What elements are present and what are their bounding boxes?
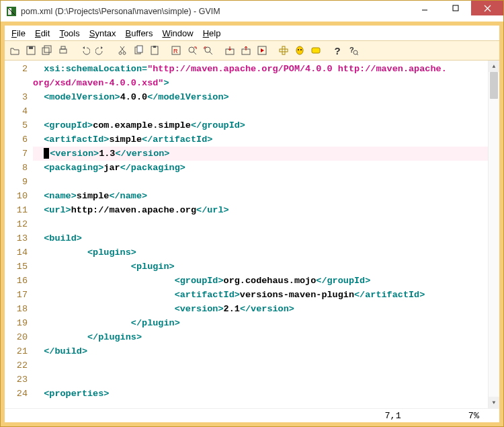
run-script-icon[interactable] [255, 43, 269, 58]
svg-line-36 [357, 54, 358, 55]
menu-tools[interactable]: Tools [55, 27, 83, 40]
scroll-thumb[interactable] [490, 72, 498, 99]
find-prev-icon[interactable] [201, 43, 216, 58]
cursor-position: 7,1 [384, 411, 401, 421]
svg-line-25 [210, 52, 212, 54]
svg-rect-10 [60, 49, 67, 53]
gvim-icon [6, 6, 17, 17]
toolbar: R ? ? [5, 40, 499, 61]
svg-rect-9 [44, 46, 51, 52]
load-session-icon[interactable] [222, 43, 237, 58]
menu-edit[interactable]: Edit [31, 27, 54, 40]
save-all-icon[interactable] [40, 43, 54, 58]
menu-file[interactable]: File [7, 27, 30, 40]
svg-point-31 [298, 49, 299, 50]
find-next-icon[interactable] [185, 43, 200, 58]
svg-point-32 [300, 49, 302, 50]
svg-point-22 [189, 47, 194, 52]
titlebar[interactable]: pom.xml (D:\Projects\Personal\maven\simp… [1, 1, 503, 22]
scroll-up-icon[interactable]: ▲ [489, 61, 499, 72]
menu-help[interactable]: Help [199, 27, 225, 40]
save-session-icon[interactable] [239, 43, 253, 58]
client-area: File Edit Tools Syntax Buffers Window He… [1, 22, 503, 426]
shell-icon[interactable] [292, 43, 307, 58]
paste-icon[interactable] [147, 43, 162, 58]
print-icon[interactable] [56, 43, 71, 58]
svg-point-12 [119, 52, 122, 54]
close-button[interactable] [471, 1, 503, 15]
line-number-gutter: 23456789101112131415161718192021222324 [5, 61, 33, 408]
scroll-percent: 7% [468, 411, 479, 421]
menu-window[interactable]: Window [158, 27, 197, 40]
window-controls [409, 1, 503, 22]
save-icon[interactable] [24, 43, 38, 58]
window-title: pom.xml (D:\Projects\Personal\maven\simp… [21, 7, 409, 16]
maximize-button[interactable] [440, 1, 471, 15]
statusbar: 7,1 7% [5, 408, 499, 422]
code-content[interactable]: xsi:schemaLocation="http://maven.apache.… [33, 61, 488, 408]
open-icon[interactable] [7, 43, 22, 58]
menu-buffers[interactable]: Buffers [121, 27, 157, 40]
scroll-track[interactable] [489, 72, 499, 397]
scroll-down-icon[interactable]: ▼ [489, 397, 499, 408]
svg-point-13 [123, 52, 126, 54]
svg-rect-7 [29, 46, 33, 49]
make-icon[interactable] [276, 43, 291, 58]
editor-area[interactable]: 23456789101112131415161718192021222324 x… [5, 61, 499, 408]
menu-syntax[interactable]: Syntax [85, 27, 120, 40]
svg-rect-19 [153, 46, 156, 48]
redo-icon[interactable] [93, 43, 108, 58]
minimize-button[interactable] [409, 1, 440, 15]
svg-rect-33 [312, 48, 320, 53]
find-replace-icon[interactable]: R [169, 43, 183, 58]
svg-rect-29 [282, 46, 285, 54]
svg-point-24 [205, 47, 210, 52]
menubar: File Edit Tools Syntax Buffers Window He… [5, 26, 499, 40]
find-help-icon[interactable]: ? [346, 43, 361, 58]
undo-icon[interactable] [77, 43, 92, 58]
svg-rect-8 [42, 48, 49, 54]
svg-rect-3 [453, 5, 458, 11]
menu-file-rest: ile [17, 28, 26, 38]
svg-rect-30 [280, 49, 288, 52]
svg-rect-17 [137, 46, 142, 52]
help-icon[interactable]: ? [330, 43, 345, 58]
svg-text:R: R [173, 48, 178, 54]
copy-icon[interactable] [131, 43, 146, 58]
svg-rect-11 [61, 46, 65, 49]
svg-rect-1 [8, 8, 11, 15]
ctags-icon[interactable] [308, 43, 323, 58]
svg-line-23 [194, 52, 196, 54]
vertical-scrollbar[interactable]: ▲ ▼ [488, 61, 499, 408]
cut-icon[interactable] [115, 43, 130, 58]
app-window: pom.xml (D:\Projects\Personal\maven\simp… [0, 0, 504, 427]
